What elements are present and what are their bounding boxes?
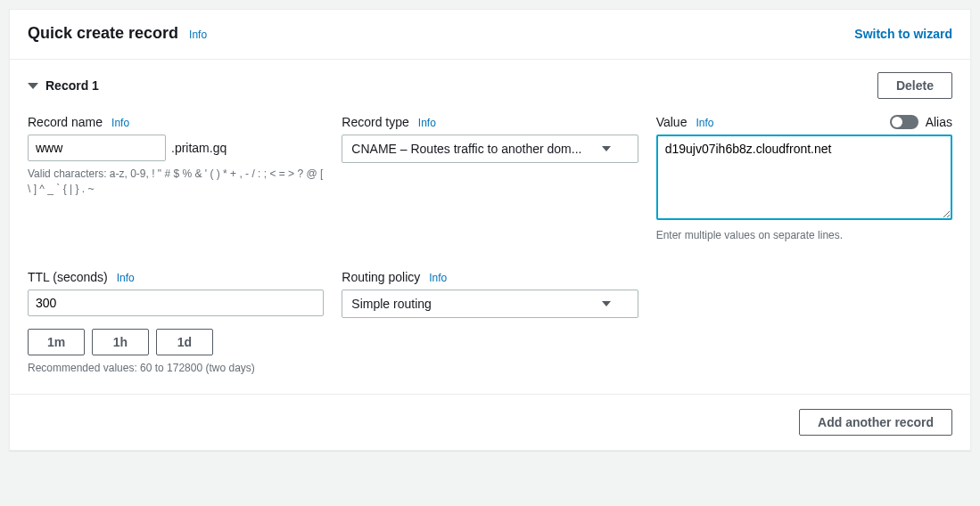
value-label: Value xyxy=(656,115,688,129)
page-title: Quick create record xyxy=(28,24,178,43)
domain-suffix: .pritam.gq xyxy=(171,141,226,155)
panel-header: Quick create record Info Switch to wizar… xyxy=(10,10,970,60)
record-type-label: Record type xyxy=(342,115,408,129)
routing-policy-selected: Simple routing xyxy=(351,297,432,311)
value-hint: Enter multiple values on separate lines. xyxy=(656,228,952,243)
record-name-info-link[interactable]: Info xyxy=(111,117,129,129)
ttl-info-link[interactable]: Info xyxy=(117,272,135,284)
chevron-down-icon xyxy=(602,146,611,151)
record-header-row: Record 1 Delete xyxy=(28,72,952,99)
value-info-link[interactable]: Info xyxy=(696,117,713,129)
ttl-label: TTL (seconds) xyxy=(28,270,108,284)
chevron-down-icon xyxy=(602,301,611,306)
header-info-link[interactable]: Info xyxy=(189,29,207,41)
add-another-record-button[interactable]: Add another record xyxy=(799,409,952,436)
panel-footer: Add another record xyxy=(10,394,970,450)
alias-label: Alias xyxy=(926,115,952,129)
value-field: Value Info Alias Enter multiple values o… xyxy=(656,115,952,243)
record-name-input[interactable] xyxy=(28,135,166,161)
record-name-field: Record name Info .pritam.gq Valid charac… xyxy=(28,115,324,243)
record-type-info-link[interactable]: Info xyxy=(418,117,436,129)
ttl-preset-1m[interactable]: 1m xyxy=(28,329,85,355)
ttl-field: TTL (seconds) Info 1m 1h 1d Recommended … xyxy=(28,270,324,376)
record-type-field: Record type Info CNAME – Routes traffic … xyxy=(342,115,638,243)
record-section-label: Record 1 xyxy=(45,78,99,93)
record-header-left: Record 1 xyxy=(28,78,99,93)
fields-grid: Record name Info .pritam.gq Valid charac… xyxy=(28,115,952,376)
routing-policy-select[interactable]: Simple routing xyxy=(342,290,638,318)
panel-body: Record 1 Delete Record name Info .pritam… xyxy=(10,60,970,394)
ttl-input[interactable] xyxy=(28,290,324,316)
record-name-hint: Valid characters: a-z, 0-9, ! " # $ % & … xyxy=(28,167,324,197)
empty-cell xyxy=(656,270,952,376)
ttl-hint: Recommended values: 60 to 172800 (two da… xyxy=(28,361,324,376)
switch-to-wizard-link[interactable]: Switch to wizard xyxy=(854,27,952,41)
routing-policy-label: Routing policy xyxy=(342,270,420,284)
delete-button[interactable]: Delete xyxy=(877,72,952,99)
record-name-label: Record name xyxy=(28,115,103,129)
quick-create-panel: Quick create record Info Switch to wizar… xyxy=(9,9,971,451)
ttl-presets: 1m 1h 1d xyxy=(28,329,324,355)
routing-policy-info-link[interactable]: Info xyxy=(429,272,447,284)
chevron-down-icon[interactable] xyxy=(28,83,38,89)
panel-title-group: Quick create record Info xyxy=(28,24,207,43)
value-textarea[interactable] xyxy=(656,135,952,220)
routing-policy-field: Routing policy Info Simple routing xyxy=(342,270,638,376)
alias-toggle[interactable] xyxy=(890,115,918,129)
record-type-select[interactable]: CNAME – Routes traffic to another dom... xyxy=(342,135,638,163)
ttl-preset-1d[interactable]: 1d xyxy=(156,329,213,355)
record-type-selected: CNAME – Routes traffic to another dom... xyxy=(351,142,581,156)
ttl-preset-1h[interactable]: 1h xyxy=(92,329,149,355)
